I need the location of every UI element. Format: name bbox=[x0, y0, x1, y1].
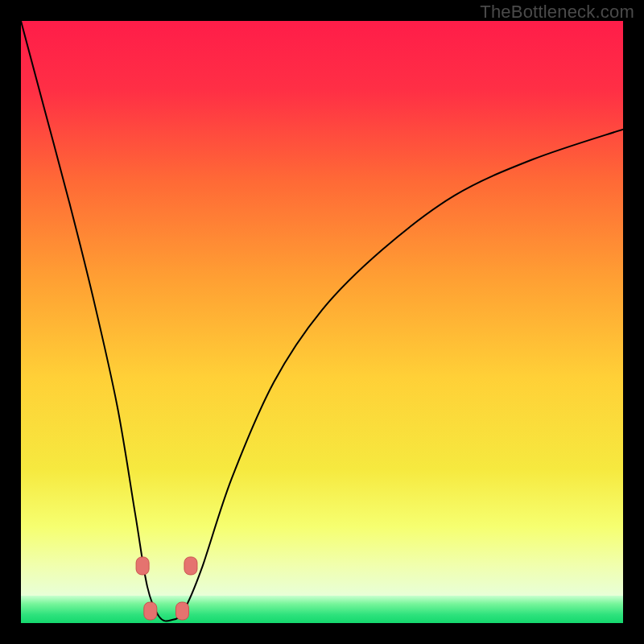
chart-plot-area bbox=[21, 21, 623, 623]
curve-marker bbox=[136, 557, 149, 575]
curve-marker bbox=[184, 557, 197, 575]
watermark-text: TheBottleneck.com bbox=[480, 2, 634, 23]
curve-marker bbox=[144, 602, 157, 620]
curve-markers bbox=[21, 21, 623, 623]
curve-marker bbox=[175, 602, 188, 620]
